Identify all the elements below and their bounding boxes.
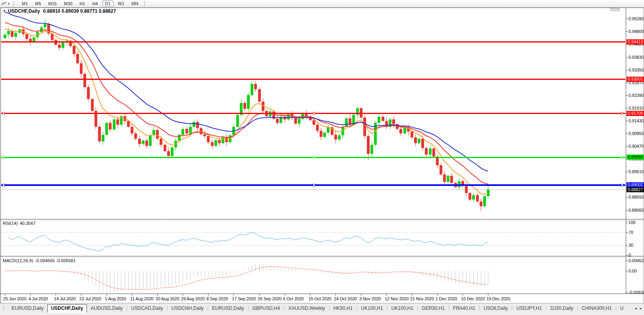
chart-tab-uk100-h1[interactable]: UK100,H1 <box>388 304 417 312</box>
chart-tab-xauusd-weekly[interactable]: XAUUSD,Weekly <box>285 304 328 312</box>
chart-tab-u[interactable]: U <box>617 304 627 312</box>
chart-tab-fra40-h1[interactable]: FRA40,H1 <box>449 304 479 312</box>
timeframe-button-mn[interactable]: MN <box>129 0 141 7</box>
tab-divider <box>329 306 330 311</box>
tabs-scroll-right-icon[interactable]: ▸ <box>640 306 642 310</box>
tabs-scroll-controls: ◂ ▸ <box>632 303 644 313</box>
chart-tab-ger30-h1[interactable]: GER30,H1 <box>418 304 448 312</box>
chart-tab-hk50-h1[interactable]: HK50,H1 <box>330 304 357 312</box>
tab-divider <box>248 306 249 311</box>
tab-divider <box>449 306 449 311</box>
timeframe-button-h4[interactable]: H4 <box>89 0 100 7</box>
tab-divider <box>127 306 127 311</box>
tab-divider <box>167 306 168 311</box>
chart-canvas[interactable] <box>0 0 644 315</box>
tabbar-grip <box>3 306 6 311</box>
chart-tab-usdchf-daily[interactable]: USDCHF,Daily <box>47 304 87 313</box>
timeframe-toolbar: ▾ M1M5M15M30H1H4D1W1MN <box>0 0 644 8</box>
trendline-tool-icon[interactable]: ▾ <box>0 1 11 6</box>
chart-tab-eurusd-daily[interactable]: EURUSD,Daily <box>8 304 47 312</box>
tab-divider <box>616 306 616 311</box>
chart-tab-dj30-daily[interactable]: DJ30,Daily <box>547 304 577 312</box>
chart-tab-usoil-daily[interactable]: USOil,Daily <box>480 304 511 312</box>
timeframe-button-m30[interactable]: M30 <box>61 0 75 7</box>
chart-tab-usdcad-daily[interactable]: USDCAD,Daily <box>127 304 167 312</box>
tab-divider <box>417 306 418 311</box>
toolbar-grip[interactable] <box>13 1 15 6</box>
mt4-chart-window: ▾ M1M5M15M30H1H4D1W1MN ▼USDCHF,Daily0.88… <box>0 0 644 315</box>
timeframe-button-m5[interactable]: M5 <box>32 0 44 7</box>
tool-dropdown-caret-icon[interactable]: ▾ <box>8 2 10 6</box>
timeframe-button-w1[interactable]: W1 <box>115 0 127 7</box>
timeframe-button-m15[interactable]: M15 <box>46 0 60 7</box>
timeframe-button-h1[interactable]: H1 <box>77 0 88 7</box>
chart-tab-audusd-daily[interactable]: AUDUSD,Daily <box>87 304 126 312</box>
tab-divider <box>512 306 512 311</box>
timeframe-buttons: M1M5M15M30H1H4D1W1MN <box>18 1 142 6</box>
toolbar-grip-2[interactable] <box>144 1 147 6</box>
tab-divider <box>357 306 357 311</box>
chart-tabs-bar: EURUSD,DailyUSDCHF,DailyAUDUSD,DailyUSDC… <box>0 303 644 313</box>
tab-divider <box>546 306 546 311</box>
chart-tab-usdjpy-h1[interactable]: USDJPY,H1 <box>513 304 545 312</box>
chart-tab-usdcnh-daily[interactable]: USDCNH,Daily <box>168 304 207 312</box>
tab-divider <box>208 306 208 311</box>
zigzag-line-icon <box>1 1 7 6</box>
tab-divider <box>479 306 480 311</box>
tab-divider <box>577 306 578 311</box>
chart-tab-eurusd-daily[interactable]: EURUSD,Daily <box>208 304 248 312</box>
chart-tabs: EURUSD,DailyUSDCHF,DailyAUDUSD,DailyUSDC… <box>8 304 627 313</box>
timeframe-button-d1[interactable]: D1 <box>102 0 114 7</box>
tab-divider <box>284 306 284 311</box>
timeframe-button-m1[interactable]: M1 <box>19 0 31 7</box>
tab-divider <box>387 306 388 311</box>
chart-tab-gbpusd-h4[interactable]: GBPUSD,H4 <box>249 304 283 312</box>
chart-tab-china300-h1[interactable]: CHINA300,H1 <box>578 304 615 312</box>
tabs-scroll-left-icon[interactable]: ◂ <box>635 306 637 310</box>
chart-tab-uk100-h1[interactable]: UK100,H1 <box>357 304 386 312</box>
